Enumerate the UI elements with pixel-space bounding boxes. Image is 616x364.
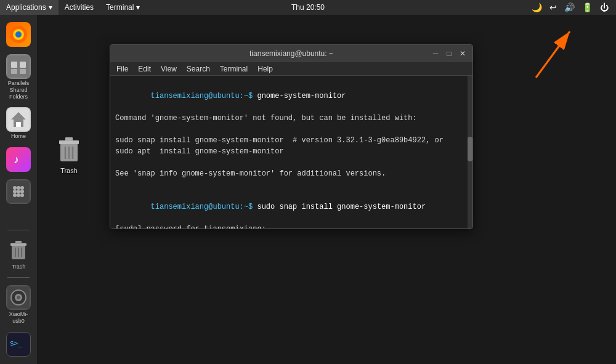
terminal-close-button[interactable]: ✕ <box>458 49 468 59</box>
svg-line-42 <box>536 31 570 78</box>
terminal-minimize-button[interactable]: ─ <box>431 49 440 59</box>
activities-menu[interactable]: Activities <box>59 0 100 15</box>
wifi-icon[interactable]: ↩ <box>547 2 559 12</box>
topbar-left: Applications ▾ Activities Terminal ▾ <box>0 0 146 15</box>
battery-icon[interactable]: 🔋 <box>580 2 595 12</box>
dock-item-music[interactable]: ♪ <box>4 145 33 174</box>
terminal-window: tiansemixiang@ubuntu: ~ ─ □ ✕ File Edit … <box>110 44 473 229</box>
launchpad-icon <box>6 179 31 204</box>
arrow-annotation <box>524 22 585 86</box>
home-icon <box>6 107 31 132</box>
dock-item-usb[interactable]: XiaoMi-usb0 <box>4 283 33 327</box>
dock-item-trash[interactable]: Trash <box>4 235 33 273</box>
svg-point-22 <box>20 193 24 197</box>
terminal-line-10: [sudo] password for tiansemixiang: <box>115 224 468 229</box>
dock: ParallelsSharedFolders Home <box>0 15 37 364</box>
terminal-controls: ─ □ ✕ <box>431 49 468 59</box>
moon-icon[interactable]: 🌙 <box>529 2 545 12</box>
terminal-title: tiansemixiang@ubuntu: ~ <box>249 49 333 58</box>
terminal-body[interactable]: tiansemixiang@ubuntu:~$ gnome-system-mon… <box>110 76 472 229</box>
applications-menu[interactable]: Applications ▾ <box>0 0 59 15</box>
topbar-clock: Thu 20:50 <box>291 3 325 12</box>
svg-point-17 <box>13 190 17 193</box>
applications-label: Applications <box>6 3 46 12</box>
terminal-help-menu[interactable]: Help <box>254 65 277 73</box>
terminal-file-menu[interactable]: File <box>113 65 132 73</box>
svg-rect-25 <box>15 241 22 244</box>
terminal-line-3 <box>115 124 468 135</box>
svg-rect-6 <box>11 69 17 74</box>
desktop-trash-icon[interactable]: Trash <box>38 131 100 179</box>
terminal-menubar: File Edit View Search Terminal Help <box>110 62 472 76</box>
usb-label: XiaoMi-usb0 <box>9 311 28 325</box>
home-label: Home <box>11 133 26 140</box>
terminal-line-5: sudo apt install gnome-system-monitor <box>115 146 468 157</box>
power-icon[interactable]: ⏻ <box>598 2 611 12</box>
topbar: Applications ▾ Activities Terminal ▾ Thu… <box>0 0 616 15</box>
svg-text:$>_: $>_ <box>10 339 22 347</box>
svg-rect-7 <box>20 69 26 74</box>
topbar-right-icons: 🌙 ↩ 🔊 🔋 ⏻ <box>529 2 616 12</box>
usb-icon <box>6 285 31 310</box>
terminal-dock-icon: $>_ <box>6 332 31 357</box>
trash-icon <box>6 238 31 262</box>
activities-label: Activities <box>65 3 94 12</box>
terminal-terminal-menu[interactable]: Terminal <box>216 65 251 73</box>
terminal-line-4: sudo snap install gnome-system-monitor #… <box>115 135 468 146</box>
svg-text:♪: ♪ <box>14 153 19 166</box>
music-icon: ♪ <box>6 147 31 172</box>
terminal-line-6 <box>115 157 468 168</box>
svg-rect-37 <box>65 137 73 141</box>
svg-point-32 <box>17 296 20 299</box>
applications-dropdown-icon: ▾ <box>49 3 52 12</box>
svg-point-18 <box>17 190 20 193</box>
dock-separator-2 <box>7 277 30 278</box>
svg-point-20 <box>13 193 17 197</box>
svg-rect-5 <box>20 62 26 68</box>
trash-desktop-label: Trash <box>60 166 78 175</box>
terminal-scrollbar[interactable] <box>468 76 472 229</box>
terminal-maximize-button[interactable]: □ <box>444 49 454 59</box>
svg-rect-3 <box>7 55 30 78</box>
svg-point-15 <box>17 186 20 190</box>
terminal-edit-menu[interactable]: Edit <box>134 65 155 73</box>
desktop-icons-area: Trash <box>38 15 106 179</box>
terminal-line-9: tiansemixiang@ubuntu:~$ sudo snap instal… <box>115 190 468 224</box>
svg-rect-10 <box>16 122 21 127</box>
terminal-scrollbar-thumb[interactable] <box>468 137 472 161</box>
dock-item-terminal[interactable]: $>_ <box>4 330 33 359</box>
dock-item-home[interactable]: Home <box>4 105 33 142</box>
volume-icon[interactable]: 🔊 <box>562 2 577 12</box>
dock-item-launchpad[interactable] <box>4 177 33 206</box>
dock-bottom: Trash XiaoMi-usb0 <box>0 227 37 364</box>
terminal-view-menu[interactable]: View <box>157 65 180 73</box>
svg-point-16 <box>20 186 24 190</box>
terminal-dropdown-icon: ▾ <box>136 3 140 12</box>
terminal-line-1: tiansemixiang@ubuntu:~$ gnome-system-mon… <box>115 79 468 113</box>
dock-item-firefox[interactable] <box>4 20 33 49</box>
terminal-search-menu[interactable]: Search <box>183 65 214 73</box>
trash-desktop-icon <box>54 134 84 164</box>
svg-rect-4 <box>11 62 17 68</box>
terminal-line-2: Command 'gnome-system-monitor' not found… <box>115 113 468 124</box>
svg-point-19 <box>20 190 24 193</box>
dock-item-parallels[interactable]: ParallelsSharedFolders <box>4 52 33 102</box>
svg-point-2 <box>15 31 22 38</box>
terminal-line-8 <box>115 179 468 190</box>
trash-label: Trash <box>12 264 26 270</box>
parallels-icon <box>6 54 31 79</box>
dock-separator <box>7 230 30 230</box>
svg-point-21 <box>17 193 20 197</box>
desktop: ParallelsSharedFolders Home <box>0 15 616 364</box>
firefox-icon <box>6 22 31 47</box>
terminal-line-7: See 'snap info gnome-system-monitor' for… <box>115 168 468 179</box>
terminal-titlebar: tiansemixiang@ubuntu: ~ ─ □ ✕ <box>110 45 472 62</box>
terminal-menu[interactable]: Terminal ▾ <box>100 0 146 15</box>
svg-point-14 <box>13 186 17 190</box>
terminal-label: Terminal <box>106 3 134 12</box>
parallels-label: ParallelsSharedFolders <box>8 80 30 100</box>
